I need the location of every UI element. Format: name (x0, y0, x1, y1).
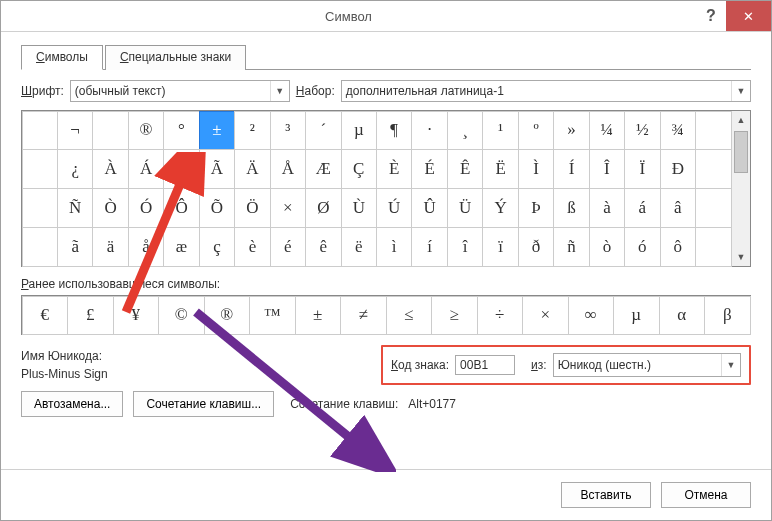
symbol-cell[interactable]: â (660, 188, 696, 228)
cancel-button[interactable]: Отмена (661, 482, 751, 508)
symbol-cell[interactable] (695, 149, 731, 189)
symbol-cell[interactable]: ¼ (589, 111, 625, 151)
symbol-cell[interactable]: ´ (305, 111, 341, 151)
symbol-cell[interactable] (22, 227, 58, 267)
symbol-cell[interactable]: ¶ (376, 111, 412, 151)
symbol-cell[interactable]: ï (482, 227, 518, 267)
recent-cell[interactable]: ∞ (568, 296, 615, 335)
symbol-cell[interactable]: µ (341, 111, 377, 151)
symbol-cell[interactable]: Õ (199, 188, 235, 228)
recent-cell[interactable]: ≤ (386, 296, 433, 335)
recent-cell[interactable]: × (522, 296, 569, 335)
tab-symbols[interactable]: Символы (21, 45, 103, 70)
recent-cell[interactable]: ≥ (431, 296, 478, 335)
symbol-cell[interactable]: ß (553, 188, 589, 228)
recent-grid[interactable]: €£¥©®™±≠≤≥÷×∞µαβ (21, 295, 751, 335)
insert-button[interactable]: Вставить (561, 482, 651, 508)
symbol-cell[interactable]: Û (411, 188, 447, 228)
symbol-cell[interactable]: à (589, 188, 625, 228)
symbol-cell[interactable]: ô (660, 227, 696, 267)
symbol-cell[interactable] (22, 149, 58, 189)
symbol-cell[interactable]: Ö (234, 188, 270, 228)
symbol-cell[interactable]: È (376, 149, 412, 189)
subset-combo[interactable]: дополнительная латиница-1 ▼ (341, 80, 751, 102)
symbol-cell[interactable]: Þ (518, 188, 554, 228)
recent-cell[interactable]: £ (67, 296, 114, 335)
from-combo[interactable]: Юникод (шестн.) ▼ (553, 353, 741, 377)
scroll-track[interactable] (732, 129, 750, 248)
symbol-cell[interactable] (695, 227, 731, 267)
symbol-cell[interactable]: Ì (518, 149, 554, 189)
symbol-cell[interactable]: æ (163, 227, 199, 267)
symbol-cell[interactable]: Ï (624, 149, 660, 189)
symbol-cell[interactable]: Ç (341, 149, 377, 189)
symbol-cell[interactable]: è (234, 227, 270, 267)
recent-cell[interactable]: ≠ (340, 296, 387, 335)
symbol-cell[interactable]: Ò (92, 188, 128, 228)
symbol-cell[interactable]: ä (92, 227, 128, 267)
tab-special[interactable]: Специальные знаки (105, 45, 246, 70)
symbol-cell[interactable]: ð (518, 227, 554, 267)
recent-cell[interactable]: © (158, 296, 205, 335)
grid-scrollbar[interactable]: ▲ ▼ (731, 111, 750, 266)
shortcut-button[interactable]: Сочетание клавиш... (133, 391, 274, 417)
symbol-cell[interactable]: Â (163, 149, 199, 189)
autoreplace-button[interactable]: Автозамена... (21, 391, 123, 417)
symbol-cell[interactable]: ¿ (57, 149, 93, 189)
symbol-cell[interactable]: Í (553, 149, 589, 189)
symbol-cell[interactable]: · (411, 111, 447, 151)
symbol-cell[interactable]: ³ (270, 111, 306, 151)
symbol-grid[interactable]: ¬­®°±²³´µ¶·¸¹º»¼½¾¿ÀÁÂÃÄÅÆÇÈÉÊËÌÍÎÏÐÑÒÓÔ… (22, 111, 731, 266)
symbol-cell[interactable]: Á (128, 149, 164, 189)
symbol-cell[interactable]: ë (341, 227, 377, 267)
symbol-cell[interactable]: ¬ (57, 111, 93, 151)
symbol-cell[interactable] (695, 188, 731, 228)
scroll-up-icon[interactable]: ▲ (732, 111, 750, 129)
symbol-cell[interactable]: ¸ (447, 111, 483, 151)
symbol-cell[interactable]: ® (128, 111, 164, 151)
recent-cell[interactable]: β (704, 296, 751, 335)
symbol-cell[interactable] (695, 111, 731, 151)
symbol-cell[interactable]: ì (376, 227, 412, 267)
symbol-cell[interactable]: ² (234, 111, 270, 151)
scroll-thumb[interactable] (734, 131, 748, 173)
symbol-cell[interactable]: Ñ (57, 188, 93, 228)
recent-cell[interactable]: ® (204, 296, 251, 335)
symbol-cell[interactable]: ê (305, 227, 341, 267)
symbol-cell[interactable]: Ë (482, 149, 518, 189)
symbol-cell[interactable]: Ä (234, 149, 270, 189)
symbol-cell[interactable]: á (624, 188, 660, 228)
symbol-cell[interactable]: å (128, 227, 164, 267)
symbol-cell[interactable]: ç (199, 227, 235, 267)
code-input[interactable]: 00B1 (455, 355, 515, 375)
symbol-cell[interactable]: Ü (447, 188, 483, 228)
scroll-down-icon[interactable]: ▼ (732, 248, 750, 266)
recent-cell[interactable]: α (659, 296, 706, 335)
symbol-cell[interactable]: É (411, 149, 447, 189)
recent-cell[interactable]: ÷ (477, 296, 524, 335)
symbol-cell[interactable]: À (92, 149, 128, 189)
symbol-cell[interactable]: ± (199, 111, 235, 151)
symbol-cell[interactable]: × (270, 188, 306, 228)
symbol-cell[interactable]: í (411, 227, 447, 267)
symbol-cell[interactable]: Ã (199, 149, 235, 189)
symbol-cell[interactable] (22, 111, 58, 151)
symbol-cell[interactable]: Ô (163, 188, 199, 228)
font-combo[interactable]: (обычный текст) ▼ (70, 80, 290, 102)
recent-cell[interactable]: ™ (249, 296, 296, 335)
symbol-cell[interactable]: Î (589, 149, 625, 189)
help-button[interactable]: ? (696, 1, 726, 31)
symbol-cell[interactable]: Å (270, 149, 306, 189)
symbol-cell[interactable]: Ê (447, 149, 483, 189)
symbol-cell[interactable]: ­ (92, 111, 128, 151)
symbol-cell[interactable]: î (447, 227, 483, 267)
symbol-cell[interactable]: Ý (482, 188, 518, 228)
symbol-cell[interactable]: Ø (305, 188, 341, 228)
symbol-cell[interactable]: Æ (305, 149, 341, 189)
symbol-cell[interactable]: Ù (341, 188, 377, 228)
recent-cell[interactable]: µ (613, 296, 660, 335)
symbol-cell[interactable] (22, 188, 58, 228)
symbol-cell[interactable]: Ú (376, 188, 412, 228)
symbol-cell[interactable]: ¹ (482, 111, 518, 151)
recent-cell[interactable]: ± (295, 296, 342, 335)
